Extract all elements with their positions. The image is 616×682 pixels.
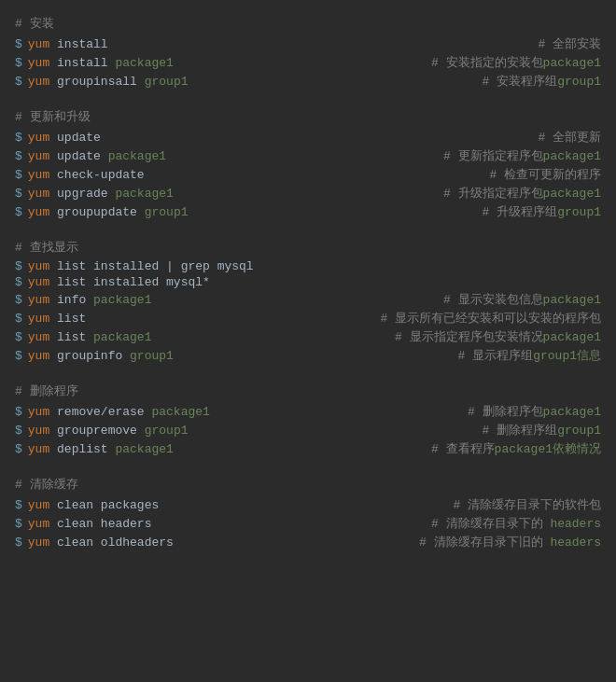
inline-comment: # 更新指定程序包package1	[425, 147, 601, 164]
section-comment: # 更新和升级	[15, 108, 601, 125]
prompt: $	[15, 498, 22, 512]
section-update: # 更新和升级$yum update# 全部更新$yum update pack…	[15, 108, 601, 220]
inline-comment: # 显示所有已经安装和可以安装的程序包	[361, 310, 601, 327]
command-text: yum groupremove group1	[28, 424, 189, 438]
command-line: $yum groupupdate group1# 升级程序组group1	[15, 203, 601, 220]
inline-comment: # 全部更新	[519, 129, 601, 146]
prompt: $	[15, 259, 22, 273]
command-line: $yum upgrade package1# 升级指定程序包package1	[15, 185, 601, 202]
prompt: $	[15, 442, 22, 456]
command-line: $yum remove/erase package1# 删除程序包package…	[15, 403, 601, 420]
command-text: yum clean oldheaders	[28, 536, 174, 550]
command-line: $yum list installed mysql*	[15, 275, 601, 289]
command-line: $yum clean oldheaders# 清除缓存目录下旧的 headers	[15, 534, 601, 550]
prompt: $	[15, 405, 22, 419]
command-line: $yum list# 显示所有已经安装和可以安装的程序包	[15, 310, 601, 327]
prompt: $	[15, 349, 22, 363]
command-line: $yum install package1# 安装指定的安装包package1	[15, 54, 601, 71]
prompt: $	[15, 205, 22, 219]
command-line: $yum deplist package1# 查看程序package1依赖情况	[15, 440, 601, 457]
command-text: yum list installed mysql*	[28, 275, 210, 289]
section-comment: # 清除缓存	[15, 476, 601, 493]
inline-comment: # 清除缓存目录下旧的 headers	[400, 534, 601, 550]
command-text: yum groupinfo group1	[28, 349, 174, 363]
section-clean: # 清除缓存$yum clean packages# 清除缓存目录下的软件包$y…	[15, 476, 601, 550]
prompt: $	[15, 330, 22, 344]
prompt: $	[15, 536, 22, 550]
command-text: yum install	[28, 37, 108, 51]
prompt: $	[15, 56, 22, 70]
command-text: yum clean packages	[28, 498, 159, 512]
command-line: $yum groupinfo group1# 显示程序组group1信息	[15, 347, 601, 364]
command-text: yum groupupdate group1	[28, 205, 189, 219]
inline-comment: # 删除程序组group1	[464, 422, 601, 438]
command-line: $yum update package1# 更新指定程序包package1	[15, 147, 601, 164]
inline-comment: # 删除程序包package1	[449, 403, 601, 420]
inline-comment: # 安装指定的安装包package1	[413, 54, 601, 71]
section-install: # 安装$yum install# 全部安装$yum install packa…	[15, 15, 601, 90]
command-line: $yum clean headers# 清除缓存目录下的 headers	[15, 515, 601, 532]
inline-comment: # 显示指定程序包安装情况package1	[376, 328, 601, 345]
inline-comment: # 安装程序组group1	[464, 73, 601, 90]
command-text: yum clean headers	[28, 517, 152, 531]
prompt: $	[15, 131, 22, 145]
command-text: yum info package1	[28, 293, 152, 307]
inline-comment: # 升级指定程序包package1	[425, 185, 601, 202]
command-line: $yum info package1# 显示安装包信息package1	[15, 291, 601, 308]
prompt: $	[15, 75, 22, 89]
command-text: yum list	[28, 312, 86, 326]
prompt: $	[15, 187, 22, 201]
command-text: yum upgrade package1	[28, 187, 174, 201]
terminal-content: # 安装$yum install# 全部安装$yum install packa…	[15, 15, 601, 564]
command-text: yum deplist package1	[28, 442, 174, 456]
prompt: $	[15, 424, 22, 438]
command-line: $yum update# 全部更新	[15, 129, 601, 146]
command-line: $yum install# 全部安装	[15, 35, 601, 52]
prompt: $	[15, 168, 22, 182]
section-comment: # 删除程序	[15, 383, 601, 399]
inline-comment: # 显示程序组group1信息	[440, 347, 601, 364]
command-line: $yum groupinsall group1# 安装程序组group1	[15, 73, 601, 90]
prompt: $	[15, 312, 22, 326]
command-text: yum update package1	[28, 149, 166, 163]
prompt: $	[15, 37, 22, 51]
section-comment: # 查找显示	[15, 239, 601, 256]
command-text: yum remove/erase package1	[28, 405, 210, 419]
command-line: $yum list installed | grep mysql	[15, 259, 601, 273]
prompt: $	[15, 275, 22, 289]
command-line: $yum groupremove group1# 删除程序组group1	[15, 422, 601, 438]
inline-comment: # 全部安装	[519, 35, 601, 52]
section-comment: # 安装	[15, 15, 601, 32]
section-search: # 查找显示$yum list installed | grep mysql$y…	[15, 239, 601, 364]
inline-comment: # 升级程序组group1	[464, 203, 601, 220]
command-line: $yum list package1# 显示指定程序包安装情况package1	[15, 328, 601, 345]
inline-comment: # 检查可更新的程序	[470, 166, 601, 183]
command-line: $yum check-update# 检查可更新的程序	[15, 166, 601, 183]
command-text: yum list installed | grep mysql	[28, 259, 254, 273]
inline-comment: # 显示安装包信息package1	[425, 291, 601, 308]
section-remove: # 删除程序$yum remove/erase package1# 删除程序包p…	[15, 383, 601, 457]
prompt: $	[15, 517, 22, 531]
inline-comment: # 清除缓存目录下的 headers	[413, 515, 601, 532]
inline-comment: # 查看程序package1依赖情况	[413, 440, 601, 457]
prompt: $	[15, 149, 22, 163]
command-text: yum list package1	[28, 330, 152, 344]
command-text: yum groupinsall group1	[28, 75, 189, 89]
command-line: $yum clean packages# 清除缓存目录下的软件包	[15, 496, 601, 513]
command-text: yum update	[28, 131, 101, 145]
prompt: $	[15, 293, 22, 307]
inline-comment: # 清除缓存目录下的软件包	[434, 496, 601, 513]
command-text: yum check-update	[28, 168, 145, 182]
command-text: yum install package1	[28, 56, 174, 70]
